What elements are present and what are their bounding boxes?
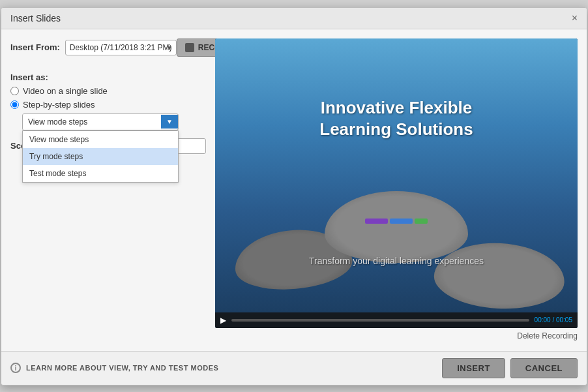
insert-as-label: Insert as: [10, 72, 206, 82]
right-panel: Innovative Flexible Learning Solutions T… [215, 38, 578, 342]
step-by-step-label: Step-by-step slides [23, 100, 95, 110]
dropdown-option-view[interactable]: View mode steps [23, 131, 178, 148]
video-single-label: Video on a single slide [23, 86, 108, 96]
insert-from-row: Insert From: Desktop (7/11/2018 3:21 PM)… [10, 38, 206, 57]
record-icon [185, 43, 194, 52]
video-single-slide-row: Video on a single slide [10, 86, 206, 96]
info-icon: i [10, 363, 21, 373]
dropdown-arrow-button[interactable]: ▼ [161, 115, 178, 128]
learn-more-text: LEARN MORE ABOUT VIEW, TRY AND TEST MODE… [26, 364, 218, 372]
progress-bars [365, 219, 428, 224]
time-display: 00:00 / 00:05 [535, 316, 572, 324]
preview-title: Innovative Flexible Learning Solutions [215, 97, 578, 142]
dialog-footer: i LEARN MORE ABOUT VIEW, TRY AND TEST MO… [1, 351, 587, 385]
footer-right: INSERT CANCEL [442, 358, 578, 378]
insert-from-select[interactable]: Desktop (7/11/2018 3:21 PM) [65, 40, 177, 55]
progress-bar-2 [390, 219, 413, 224]
time-current: 00:00 [535, 316, 551, 324]
step-by-step-radio[interactable] [10, 100, 19, 109]
insert-slides-dialog: Insert Slides × Insert From: Desktop (7/… [1, 7, 587, 385]
progress-track[interactable] [231, 319, 529, 322]
dropdown-option-try[interactable]: Try mode steps [23, 148, 178, 165]
video-controls: ▶ 00:00 / 00:05 [215, 312, 578, 328]
mode-dropdown-container: View mode steps ▼ View mode steps Try mo… [22, 113, 206, 130]
dialog-header: Insert Slides × [1, 8, 587, 29]
insert-from-label: Insert From: [10, 42, 60, 52]
video-single-radio[interactable] [10, 87, 19, 95]
mode-dropdown-text: View mode steps [23, 114, 161, 130]
progress-bar-1 [365, 219, 388, 224]
close-button[interactable]: × [572, 13, 578, 23]
footer-left: i LEARN MORE ABOUT VIEW, TRY AND TEST MO… [10, 363, 218, 373]
preview-container: Innovative Flexible Learning Solutions T… [215, 38, 578, 328]
step-by-step-row: Step-by-step slides [10, 100, 206, 110]
play-button[interactable]: ▶ [220, 316, 226, 325]
time-total: 00:05 [556, 316, 572, 324]
dialog-title: Insert Slides [10, 13, 61, 23]
preview-title-line2: Learning Solutions [319, 119, 473, 139]
preview-subtitle: Transform your digital learning experien… [215, 256, 578, 266]
insert-as-section: Insert as: Video on a single slide Step-… [10, 72, 206, 130]
progress-bar-3 [415, 219, 428, 224]
preview-image: Innovative Flexible Learning Solutions T… [215, 38, 578, 328]
dialog-body: Insert From: Desktop (7/11/2018 3:21 PM)… [1, 29, 587, 351]
cancel-button[interactable]: CANCEL [510, 358, 578, 378]
left-panel: Insert From: Desktop (7/11/2018 3:21 PM)… [10, 38, 206, 342]
dropdown-option-test[interactable]: Test mode steps [23, 165, 178, 182]
insert-from-select-wrapper: Desktop (7/11/2018 3:21 PM) [65, 40, 177, 55]
insert-button[interactable]: INSERT [442, 358, 505, 378]
delete-recording-link[interactable]: Delete Recording [517, 331, 578, 340]
insert-from-container: Insert From: Desktop (7/11/2018 3:21 PM) [10, 40, 177, 55]
mode-dropdown-button[interactable]: View mode steps ▼ [22, 113, 179, 130]
preview-title-line1: Innovative Flexible [321, 98, 473, 117]
delete-recording-row: Delete Recording [215, 328, 578, 342]
mode-dropdown-menu: View mode steps Try mode steps Test mode… [22, 130, 179, 183]
